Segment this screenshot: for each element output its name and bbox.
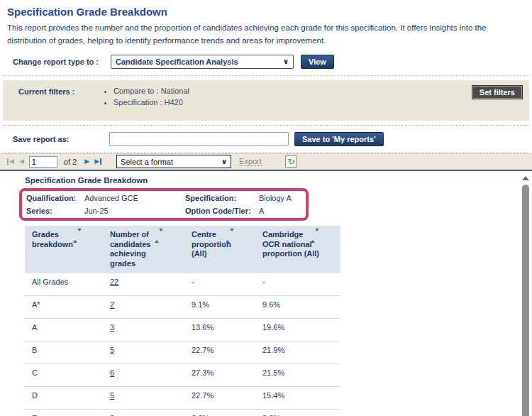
filter-list: Compare to : NationalSpecification : H42… — [102, 87, 189, 109]
scrollbar-thumb[interactable] — [522, 185, 529, 416]
current-filters-label: Current filters : — [18, 87, 102, 109]
option-code-tier-value: A — [259, 207, 301, 215]
count-link[interactable]: 5 — [110, 391, 114, 400]
first-page-icon — [7, 158, 9, 165]
column-header-centre-proportion[interactable]: Centre proportion (All) — [184, 226, 255, 273]
column-header-number-of-candidates[interactable]: Number of candidates achieving grades — [103, 226, 184, 273]
national-proportion-cell: - — [255, 273, 340, 296]
column-header-label: Grades breakdown — [32, 230, 73, 248]
report-heading: Specification Grade Breakdown — [25, 176, 532, 185]
sort-icon[interactable] — [226, 231, 234, 241]
grade-breakdown-table: Grades breakdown Number of candidates ac… — [25, 226, 340, 416]
report-type-select[interactable]: Candidate Specification Analysis ∨ — [111, 55, 294, 69]
count-link[interactable]: 3 — [110, 323, 114, 332]
count-link[interactable]: 5 — [110, 346, 114, 354]
report-type-row: Change report type to : Candidate Specif… — [13, 55, 532, 69]
report-type-label: Change report type to : — [13, 58, 104, 66]
export-format-select[interactable]: Select a format ∨ — [116, 155, 231, 168]
grade-cell: A* — [25, 296, 103, 319]
count-link[interactable]: 2 — [110, 300, 114, 309]
report-meta: Qualification: Advanced GCE Specificatio… — [26, 194, 301, 215]
qualification-label: Qualification: — [26, 194, 84, 202]
page-title: Specification Grade Breakdown — [7, 6, 525, 18]
view-button[interactable]: View — [301, 55, 334, 69]
chevron-down-icon: ∨ — [221, 158, 227, 165]
current-filters-panel: Current filters : Compare to : NationalS… — [3, 80, 529, 121]
save-report-input[interactable] — [109, 132, 289, 146]
highlight-annotation-box: Qualification: Advanced GCE Specificatio… — [19, 188, 309, 221]
grade-cell: E — [25, 410, 103, 416]
filter-item: Specification : H420 — [113, 98, 189, 106]
vertical-scrollbar — [521, 173, 530, 416]
national-proportion-cell: 8.6% — [255, 410, 340, 416]
table-row: A* 2 9.1% 9.6% — [25, 296, 340, 319]
grade-cell: D — [25, 387, 103, 410]
centre-proportion-cell: 22.7% — [184, 341, 255, 364]
centre-proportion-cell: 0.0% — [184, 410, 255, 416]
centre-proportion-cell: - — [184, 273, 255, 296]
column-header-national-proportion[interactable]: Cambridge OCR national proportion (All) — [255, 226, 340, 273]
count-link[interactable]: 6 — [110, 368, 114, 377]
previous-page-button[interactable]: ◀ — [19, 158, 24, 165]
series-value: Jun-25 — [84, 207, 185, 215]
centre-proportion-cell: 13.6% — [184, 319, 255, 341]
scroll-up-icon[interactable] — [522, 176, 529, 180]
column-header-label: Number of candidates achieving grades — [110, 230, 150, 268]
next-page-button[interactable]: ▶ — [84, 158, 89, 165]
report-viewer: Specification Grade Breakdown Qualificat… — [0, 171, 532, 416]
refresh-button[interactable]: ↻ — [285, 155, 297, 168]
last-page-button[interactable]: ▶ — [94, 158, 101, 165]
grade-cell: B — [25, 341, 103, 364]
series-label: Series: — [26, 207, 84, 215]
option-code-tier-label: Option Code/Tier: — [185, 207, 259, 215]
first-page-icon: ◀ — [9, 158, 14, 165]
grade-cell: A — [25, 319, 103, 341]
centre-proportion-cell: 9.1% — [184, 296, 255, 319]
centre-proportion-cell: 27.3% — [184, 364, 255, 387]
national-proportion-cell: 19.6% — [255, 319, 340, 341]
table-row: A 3 13.6% 19.6% — [25, 319, 340, 341]
save-report-row: Save report as: Save to 'My reports' — [13, 132, 532, 146]
previous-page-icon: ◀ — [19, 158, 24, 165]
table-row: D 5 22.7% 15.4% — [25, 387, 340, 410]
chevron-down-icon: ∨ — [283, 58, 289, 65]
grade-cell: All Grades — [25, 273, 103, 296]
set-filters-button[interactable]: Set filters — [472, 86, 522, 99]
count-link[interactable]: 22 — [110, 278, 118, 286]
table-row: B 5 22.7% 21.9% — [25, 341, 340, 364]
national-proportion-cell: 9.6% — [255, 296, 340, 319]
qualification-value: Advanced GCE — [84, 194, 185, 202]
refresh-icon: ↻ — [287, 157, 294, 167]
filter-item: Compare to : National — [113, 87, 189, 95]
national-proportion-cell: 21.5% — [255, 364, 340, 387]
table-row: All Grades 22 - - — [25, 273, 340, 296]
next-page-icon: ▶ — [84, 158, 89, 165]
page-count-label: of 2 — [64, 158, 77, 166]
specification-label: Specification: — [185, 194, 259, 202]
page-number-input[interactable] — [29, 156, 57, 168]
last-page-icon: ▶ — [94, 158, 99, 165]
sort-icon[interactable] — [73, 231, 82, 241]
specification-value: Biology A — [259, 194, 301, 202]
column-header-grades-breakdown[interactable]: Grades breakdown — [25, 226, 103, 273]
national-proportion-cell: 21.9% — [255, 341, 340, 364]
separator — [3, 75, 529, 76]
save-to-my-reports-button[interactable]: Save to 'My reports' — [294, 132, 384, 146]
table-row: C 6 27.3% 21.5% — [25, 364, 340, 387]
centre-proportion-cell: 22.7% — [184, 387, 255, 410]
last-page-icon — [100, 158, 101, 165]
table-row: E 0 0.0% 8.6% — [25, 410, 340, 416]
sort-icon[interactable] — [311, 231, 319, 241]
grade-table-body: All Grades 22 - - A* 2 9.1% 9.6% A 3 13.… — [25, 273, 340, 416]
export-link[interactable]: Export — [239, 157, 262, 166]
page-description: This report provides the number and the … — [7, 21, 527, 48]
report-toolbar: ◀ ◀ of 2 ▶ ▶ Select a format ∨ Export ↻ — [0, 153, 532, 171]
export-format-selected-value: Select a format — [121, 158, 173, 166]
grade-cell: C — [25, 364, 103, 387]
save-report-label: Save report as: — [13, 135, 104, 143]
national-proportion-cell: 15.4% — [255, 387, 340, 410]
report-type-selected-value: Candidate Specification Analysis — [116, 58, 238, 66]
sort-icon[interactable] — [155, 231, 163, 241]
first-page-button[interactable]: ◀ — [7, 158, 14, 165]
separator — [3, 125, 529, 126]
